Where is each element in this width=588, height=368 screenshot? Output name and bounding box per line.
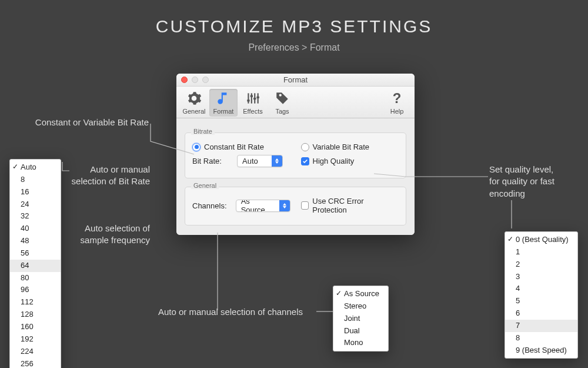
menu-item[interactable]: 8: [505, 332, 577, 344]
menu-item[interactable]: 24: [10, 198, 61, 211]
channels-select-value: As Source: [236, 200, 280, 212]
annotation-bitrate-select: Auto or manual selection of Bit Rate: [71, 164, 150, 188]
annotation-cbr-vbr: Constant or Variable Bit Rate: [22, 117, 149, 128]
svg-text:?: ?: [393, 91, 402, 106]
menu-item[interactable]: 56: [10, 247, 61, 260]
checkbox-icon: [301, 201, 309, 210]
page-title: CUSTOMIZE MP3 SETTINGS: [0, 16, 588, 37]
tab-tags-label: Tags: [275, 108, 289, 115]
menu-item[interactable]: 3: [505, 271, 577, 283]
checkbox-icon: [301, 157, 309, 165]
bitrate-legend: Bitrate: [191, 128, 215, 135]
bitrate-select-value: Auto: [238, 157, 272, 165]
menu-item[interactable]: 48: [10, 235, 61, 247]
tab-effects-label: Effects: [243, 108, 262, 115]
tag-icon: [275, 91, 290, 107]
menu-item[interactable]: 0 (Best Quality): [505, 234, 577, 246]
menu-item[interactable]: 192: [10, 333, 61, 346]
tab-format[interactable]: Format: [209, 89, 238, 117]
menu-item[interactable]: 6: [505, 307, 577, 320]
menu-item[interactable]: 80: [10, 272, 61, 284]
general-legend: General: [191, 182, 219, 189]
menu-item[interactable]: 1: [505, 246, 577, 258]
bitrate-field-label: Bit Rate:: [192, 157, 233, 165]
menu-item[interactable]: 32: [10, 210, 61, 223]
menu-item[interactable]: Auto: [10, 161, 61, 174]
radio-variable-bitrate[interactable]: Variable Bit Rate: [301, 142, 399, 151]
tab-effects[interactable]: Effects: [239, 89, 267, 117]
tab-general[interactable]: General: [180, 89, 208, 117]
svg-rect-4: [247, 100, 249, 101]
menu-item[interactable]: 2: [505, 258, 577, 271]
breadcrumb: Preferences > Format: [0, 42, 588, 53]
menu-item[interactable]: 96: [10, 284, 61, 296]
checkbox-crc[interactable]: Use CRC Error Protection: [301, 197, 399, 214]
tab-format-label: Format: [213, 108, 234, 115]
menu-item[interactable]: 5: [505, 295, 577, 307]
svg-rect-6: [253, 98, 256, 100]
annotation-channels: Auto or manual selection of channels: [148, 306, 313, 318]
annotation-sample-freq: Auto selection of sample frequency: [71, 223, 150, 247]
chevron-updown-icon: [272, 155, 282, 167]
channels-dropdown-menu[interactable]: As SourceStereoJointDualMono: [333, 286, 389, 352]
toolbar: General Format Effects Tags ? Help: [176, 87, 415, 118]
svg-rect-0: [248, 93, 249, 103]
help-button[interactable]: ? Help: [383, 89, 411, 117]
sliders-icon: [245, 91, 260, 107]
checkbox-high-quality[interactable]: High Quality: [301, 157, 399, 165]
menu-item[interactable]: 160: [10, 321, 61, 333]
menu-item[interactable]: 256: [10, 358, 61, 369]
menu-item[interactable]: 7: [505, 320, 577, 332]
menu-item[interactable]: 8: [10, 174, 61, 186]
radio-icon: [301, 143, 309, 151]
bitrate-group: Bitrate Constant Bit Rate Variable Bit R…: [185, 132, 406, 178]
channels-select[interactable]: As Source: [236, 200, 290, 212]
svg-rect-7: [257, 97, 259, 98]
general-group: General Channels: As Source Use CRC Erro…: [185, 187, 406, 226]
music-note-icon: [216, 91, 231, 107]
menu-item[interactable]: 64: [10, 260, 61, 272]
menu-item[interactable]: 4: [505, 283, 577, 295]
window-title: Format: [176, 75, 415, 84]
menu-item[interactable]: Dual: [333, 325, 388, 337]
bitrate-select[interactable]: Auto: [237, 155, 283, 167]
help-icon: ?: [389, 91, 405, 107]
content: Bitrate Constant Bit Rate Variable Bit R…: [176, 118, 415, 235]
tab-general-label: General: [182, 108, 205, 115]
menu-item[interactable]: Stereo: [333, 300, 388, 313]
channels-field-label: Channels:: [192, 201, 232, 210]
high-quality-label: High Quality: [313, 157, 355, 165]
svg-rect-5: [250, 95, 253, 97]
menu-item[interactable]: 112: [10, 296, 61, 309]
quality-dropdown-menu[interactable]: 0 (Best Quality)123456789 (Best Speed): [505, 231, 578, 359]
preferences-window: Format General Format Effects Tags: [176, 74, 415, 235]
bitrate-dropdown-menu[interactable]: Auto816243240485664809611212816019222425…: [9, 159, 61, 368]
gear-icon: [186, 91, 202, 107]
radio-constant-label: Constant Bit Rate: [204, 142, 264, 151]
menu-item[interactable]: 9 (Best Speed): [505, 344, 577, 357]
menu-item[interactable]: 128: [10, 309, 61, 321]
radio-icon: [192, 143, 201, 151]
chevron-updown-icon: [279, 200, 289, 211]
menu-item[interactable]: 16: [10, 186, 61, 198]
tab-tags[interactable]: Tags: [268, 89, 296, 117]
svg-rect-1: [251, 93, 252, 103]
menu-item[interactable]: 224: [10, 346, 61, 358]
menu-item[interactable]: Joint: [333, 313, 388, 325]
titlebar: Format: [176, 74, 415, 87]
crc-label: Use CRC Error Protection: [312, 197, 399, 214]
menu-item[interactable]: As Source: [333, 288, 388, 300]
menu-item[interactable]: Mono: [333, 337, 388, 349]
help-label: Help: [390, 108, 404, 115]
radio-variable-label: Variable Bit Rate: [313, 142, 370, 151]
radio-constant-bitrate[interactable]: Constant Bit Rate: [192, 142, 290, 151]
annotation-quality: Set quality level, for quality or fast e…: [489, 164, 577, 200]
menu-item[interactable]: 40: [10, 223, 61, 235]
